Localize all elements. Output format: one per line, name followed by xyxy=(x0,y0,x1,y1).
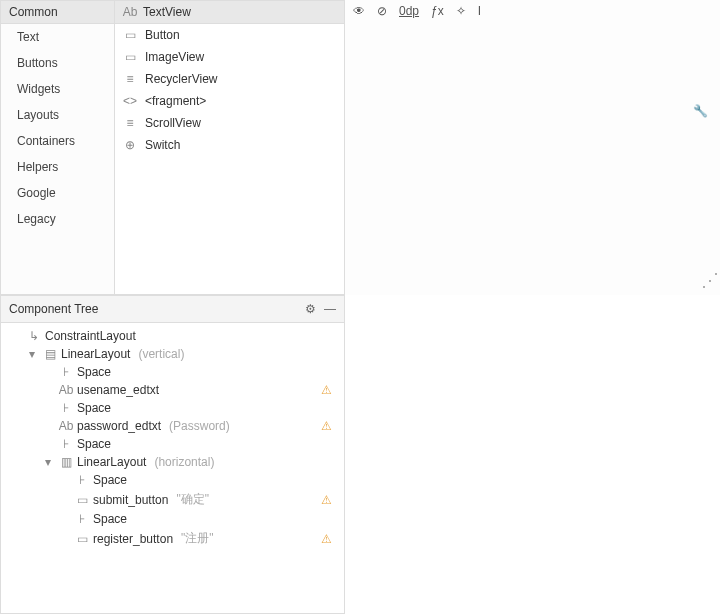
palette-category[interactable]: Google xyxy=(1,180,114,206)
palette-category[interactable]: Widgets xyxy=(1,76,114,102)
gear-icon[interactable]: ⚙ xyxy=(305,302,316,316)
node-icon: ▭ xyxy=(75,493,89,507)
tree-node[interactable]: ⊦Space xyxy=(1,363,344,381)
warning-icon[interactable]: ⚠ xyxy=(321,383,332,397)
palette-item-label: ScrollView xyxy=(145,116,201,130)
node-label: Space xyxy=(77,437,111,451)
tree-node[interactable]: Abusename_edtxt⚠ xyxy=(1,381,344,399)
node-icon: ⊦ xyxy=(59,437,73,451)
widget-icon: ≡ xyxy=(123,72,137,86)
node-label: ConstraintLayout xyxy=(45,329,136,343)
design-surface: 👁 ⊘ 0dp ƒx ✧ I 🔧 ☰ 请输入用户名 🔒 请输入密码 确定 注册 … xyxy=(345,0,720,295)
node-icon: ▤ xyxy=(43,347,57,361)
node-icon: ⊦ xyxy=(59,401,73,415)
tree-node[interactable]: ▭register_button"注册"⚠ xyxy=(1,528,344,549)
node-aux: (Password) xyxy=(169,419,230,433)
node-label: LinearLayout xyxy=(61,347,130,361)
widget-icon: ▭ xyxy=(123,50,137,64)
infer-constraints-icon[interactable]: ✧ xyxy=(456,4,466,18)
warning-icon[interactable]: ⚠ xyxy=(321,532,332,546)
node-icon: Ab xyxy=(59,383,73,397)
widget-icon: ⊕ xyxy=(123,138,137,152)
palette-item[interactable]: ≡RecyclerView xyxy=(115,68,344,90)
palette-item-list: Ab TextView ▭Button▭ImageView≡RecyclerVi… xyxy=(115,0,345,295)
view-mode-icon[interactable]: 👁 xyxy=(353,4,365,18)
palette-item[interactable]: ≡ScrollView xyxy=(115,112,344,134)
tree-node[interactable]: ⊦Space xyxy=(1,471,344,489)
node-aux: "确定" xyxy=(176,491,209,508)
widget-icon: <> xyxy=(123,94,137,108)
node-icon: ▭ xyxy=(75,532,89,546)
node-icon: ⊦ xyxy=(75,512,89,526)
widget-icon: ≡ xyxy=(123,116,137,130)
component-tree-panel: Component Tree ⚙ — ↳ConstraintLayout▾▤Li… xyxy=(0,295,345,614)
node-label: Space xyxy=(77,365,111,379)
tree-node[interactable]: ▾▤LinearLayout(vertical) xyxy=(1,345,344,363)
palette-item-label: Button xyxy=(145,28,180,42)
tree-node[interactable]: ▾▥LinearLayout(horizontal) xyxy=(1,453,344,471)
chevron-down-icon[interactable]: ▾ xyxy=(45,455,55,469)
palette-category[interactable]: Legacy xyxy=(1,206,114,232)
node-icon: ⊦ xyxy=(75,473,89,487)
design-surface-lower xyxy=(345,295,720,614)
clear-constraints-icon[interactable]: ƒx xyxy=(431,4,444,18)
tree-node[interactable]: Abpassword_edtxt(Password)⚠ xyxy=(1,417,344,435)
tree-node[interactable]: ↳ConstraintLayout xyxy=(1,327,344,345)
palette-item-label: TextView xyxy=(143,5,191,19)
textview-icon: Ab xyxy=(123,5,137,19)
tree-node[interactable]: ▭submit_button"确定"⚠ xyxy=(1,489,344,510)
default-margin-button[interactable]: 0dp xyxy=(399,4,419,18)
node-label: Space xyxy=(77,401,111,415)
widget-icon: ▭ xyxy=(123,28,137,42)
tree-node[interactable]: ⊦Space xyxy=(1,510,344,528)
palette-category[interactable]: Containers xyxy=(1,128,114,154)
node-icon: Ab xyxy=(59,419,73,433)
warning-icon[interactable]: ⚠ xyxy=(321,419,332,433)
palette-category[interactable]: Helpers xyxy=(1,154,114,180)
attributes-wrench-icon[interactable]: 🔧 xyxy=(693,104,708,118)
node-label: Space xyxy=(93,512,127,526)
node-aux: "注册" xyxy=(181,530,214,547)
palette-category[interactable]: Buttons xyxy=(1,50,114,76)
node-label: submit_button xyxy=(93,493,168,507)
palette-item[interactable]: ▭Button xyxy=(115,24,344,46)
resize-handle-icon[interactable]: ⋰ xyxy=(701,269,716,291)
node-icon: ▥ xyxy=(59,455,73,469)
tree-node[interactable]: ⊦Space xyxy=(1,399,344,417)
node-label: usename_edtxt xyxy=(77,383,159,397)
autoconnect-icon[interactable]: ⊘ xyxy=(377,4,387,18)
palette-category[interactable]: Text xyxy=(1,24,114,50)
palette-item[interactable]: <><fragment> xyxy=(115,90,344,112)
node-label: password_edtxt xyxy=(77,419,161,433)
node-label: Space xyxy=(93,473,127,487)
node-label: register_button xyxy=(93,532,173,546)
align-icon[interactable]: I xyxy=(478,4,481,18)
design-toolbar: 👁 ⊘ 0dp ƒx ✧ I xyxy=(353,4,481,18)
palette-item-label: ImageView xyxy=(145,50,204,64)
warning-icon[interactable]: ⚠ xyxy=(321,493,332,507)
node-aux: (vertical) xyxy=(138,347,184,361)
tree-node[interactable]: ⊦Space xyxy=(1,435,344,453)
palette-item-label: <fragment> xyxy=(145,94,206,108)
minimize-icon[interactable]: — xyxy=(324,302,336,316)
node-icon: ⊦ xyxy=(59,365,73,379)
palette-item-label: Switch xyxy=(145,138,180,152)
chevron-down-icon[interactable]: ▾ xyxy=(29,347,39,361)
palette-category[interactable]: Layouts xyxy=(1,102,114,128)
node-icon: ↳ xyxy=(27,329,41,343)
palette-header: Common xyxy=(1,1,114,24)
palette-selected-item[interactable]: Ab TextView xyxy=(115,1,344,24)
palette-item-label: RecyclerView xyxy=(145,72,217,86)
node-label: LinearLayout xyxy=(77,455,146,469)
node-aux: (horizontal) xyxy=(154,455,214,469)
palette-item[interactable]: ⊕Switch xyxy=(115,134,344,156)
palette-item[interactable]: ▭ImageView xyxy=(115,46,344,68)
component-tree-title: Component Tree xyxy=(9,302,98,316)
palette-category-list: Common TextButtonsWidgetsLayoutsContaine… xyxy=(0,0,115,295)
